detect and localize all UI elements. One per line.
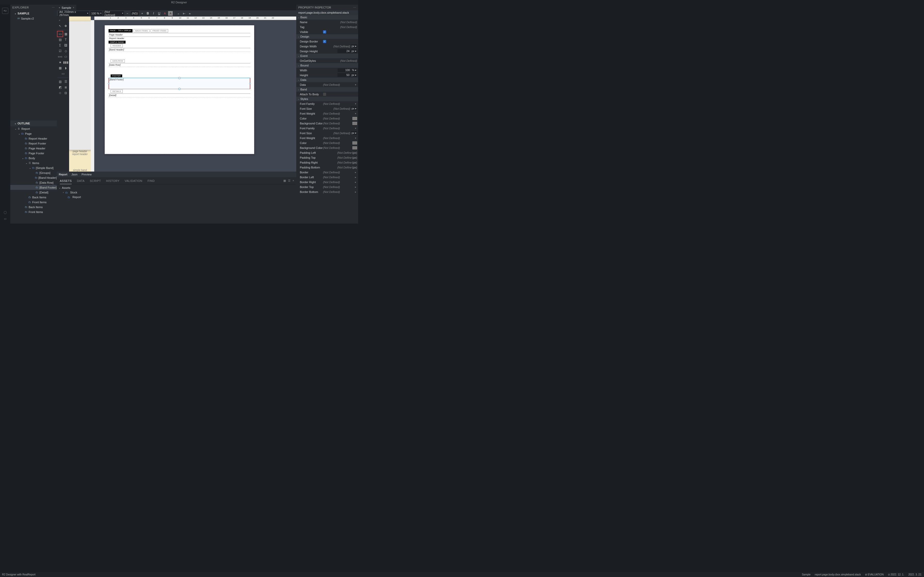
prop-value[interactable]: (Not Defined) (323, 59, 358, 62)
grid-tool-icon[interactable]: ▤ (57, 37, 63, 42)
prop-group-header[interactable]: ⌄Styles (296, 97, 358, 101)
band-reportheader-label[interactable]: report header (69, 153, 91, 156)
list-tool-icon[interactable]: ☰ (63, 79, 69, 84)
star-tool-icon[interactable]: ★ (57, 60, 63, 65)
prop-value[interactable]: (Not Define(px) (323, 151, 358, 154)
prop-value[interactable]: (Not Defined) (323, 117, 358, 120)
outline-item[interactable]: 🗀Page Footer (10, 151, 57, 156)
bold-button[interactable]: B (145, 11, 150, 16)
align-top-icon[interactable]: ⫠ (176, 11, 181, 16)
outline-item[interactable]: ⌄☰Items (10, 161, 57, 165)
prop-value[interactable]: (Not Defined)▾ (323, 137, 358, 140)
prop-group-header[interactable]: ⌄Data (296, 77, 358, 82)
outline-item[interactable]: ⌄🗀Body (10, 156, 57, 161)
prop-value[interactable]: (Not Defined)▾ (323, 83, 358, 86)
outline-item[interactable]: ⌄🗀Page (10, 131, 57, 136)
prop-value[interactable]: (Not Defined) (323, 122, 358, 125)
frame-tool-icon[interactable]: ▭ (57, 71, 69, 76)
checkbox-icon[interactable]: ✓ (323, 31, 326, 34)
prop-value[interactable]: ✓ (323, 31, 358, 34)
prop-value[interactable]: (Not Defined)▸ (323, 181, 358, 184)
chevron-down-icon[interactable]: ⌄ (25, 162, 28, 164)
assets-stock[interactable]: ›🗀Stock (59, 190, 294, 195)
text-tool-icon[interactable]: T (63, 37, 69, 42)
page-size-select[interactable]: A4, 210mm x 297mm▾ (58, 11, 89, 16)
prop-value[interactable]: 24px ▾ (323, 49, 358, 53)
prop-value[interactable]: (Not Defined)▸ (323, 190, 358, 193)
increase-button[interactable]: + (140, 11, 144, 16)
page-surface[interactable]: PAGE – 703 x 1009 px BACK ITEMS FRONT IT… (105, 25, 254, 154)
decrease-button[interactable]: − (125, 11, 130, 16)
flow-tool-icon[interactable]: ⊹ (57, 90, 63, 96)
user-icon[interactable]: ◯ (3, 211, 7, 214)
tab-validation[interactable]: VALIDATION (124, 179, 142, 182)
datarow-tag[interactable]: DATA ROW (111, 59, 125, 63)
outline-item[interactable]: ⌄🗎Report (10, 126, 57, 131)
prop-value[interactable]: (Not Defined)▾ (323, 102, 358, 105)
outline-item[interactable]: 🗀Back Items (10, 205, 57, 210)
align-middle-icon[interactable]: ⫦ (182, 11, 186, 16)
prop-value[interactable]: (Not Defined) (323, 21, 358, 24)
toggle-tool-icon[interactable]: ⬭ (63, 54, 69, 60)
header-tag[interactable]: HEADER (111, 44, 123, 47)
outline-item[interactable]: 🗀[Band Footer] (10, 185, 57, 190)
chevron-down-icon[interactable]: ⌄ (22, 157, 24, 160)
tab-data[interactable]: DATA (77, 179, 84, 182)
prop-group-header[interactable]: ⌄Design (296, 34, 358, 39)
grid-view-icon[interactable]: ▦ (283, 179, 286, 182)
barcode2-tool-icon[interactable]: ▥ (57, 79, 63, 84)
assets-root[interactable]: ⌄Assets (59, 185, 294, 190)
color-swatch-icon[interactable] (352, 142, 357, 145)
palette-collapse-icon[interactable]: « (57, 18, 62, 22)
outline-item[interactable]: 🗀Front Items (10, 200, 57, 205)
underline-button[interactable]: U (157, 11, 162, 16)
italic-button[interactable]: I (151, 11, 156, 16)
tab-script[interactable]: SCRIPT (90, 179, 101, 182)
rect-tool-icon[interactable]: ▭ (57, 31, 63, 37)
prop-group-header[interactable]: ⌄Event (296, 53, 358, 58)
prop-group-header[interactable]: ⌄Bound (296, 63, 358, 68)
chevron-down-icon[interactable]: ⌄ (15, 127, 17, 130)
prop-value[interactable]: (Not Defined)▸ (323, 171, 358, 174)
close-icon[interactable]: × (73, 6, 74, 9)
prop-value[interactable]: 50px ▾ (323, 73, 358, 77)
checkbox-icon[interactable]: ✓ (323, 40, 326, 43)
prop-value[interactable]: ✓ (323, 40, 358, 43)
settings-icon[interactable]: ▭ (4, 217, 6, 221)
details-tag[interactable]: DETAILS (111, 90, 123, 93)
checkbox-icon[interactable] (323, 93, 326, 96)
cursor-tool-icon[interactable]: ↖ (57, 23, 63, 29)
chart-tool-icon[interactable]: ◗ (63, 65, 69, 71)
table-tool-icon[interactable]: ▦ (63, 31, 69, 37)
stack-tool-icon[interactable]: ≣ (63, 84, 69, 90)
report-header-band[interactable]: Report Header (108, 37, 250, 40)
chevron-down-icon[interactable]: ⌄ (29, 167, 31, 169)
inspector-menu-icon[interactable]: ⋯ (353, 6, 356, 9)
move-tool-icon[interactable]: ✥ (63, 23, 69, 29)
outline-item[interactable]: 🗀Report Footer (10, 141, 57, 146)
outline-item[interactable]: 🗀Page Header (10, 146, 57, 151)
band-simpleband-label[interactable]: simple band (69, 169, 91, 172)
prop-group-header[interactable]: ⌄Basic (296, 15, 358, 19)
outline-item[interactable]: 🗀[Data Row] (10, 180, 57, 185)
explorer-menu-icon[interactable]: ⋯ (52, 6, 55, 9)
prop-value[interactable]: (Not Defined)▾ (323, 127, 358, 130)
chevron-down-icon[interactable]: ⌄ (18, 132, 21, 135)
tab-report[interactable]: Report (59, 173, 67, 176)
row-tool-icon[interactable]: ⊟ (63, 90, 69, 96)
outline-header[interactable]: ⌄OUTLINE (10, 121, 57, 126)
tab-history[interactable]: HISTORY (106, 179, 120, 182)
tab-preview[interactable]: Preview (81, 173, 92, 176)
prop-value[interactable]: (Not Define(px) (323, 156, 358, 159)
prop-value[interactable]: (Not Define(px) (323, 166, 358, 169)
assets-report[interactable]: 🗀Report (59, 195, 294, 199)
list-view-icon[interactable]: ☰ (288, 179, 291, 182)
data-row-band[interactable]: [Data Row] (108, 63, 250, 66)
front-items-tag[interactable]: FRONT ITEMS (150, 29, 168, 32)
prop-value[interactable]: (Not Defined)▸ (323, 176, 358, 179)
outline-item[interactable]: ⌄🗀[Simple Band] (10, 165, 57, 170)
size-input[interactable]: (ND) (131, 11, 139, 16)
prop-value[interactable]: (Not Defined) (323, 26, 358, 29)
shape-tool-icon[interactable]: ◇ (63, 48, 69, 54)
prop-value[interactable]: 100% ▾ (323, 68, 358, 72)
